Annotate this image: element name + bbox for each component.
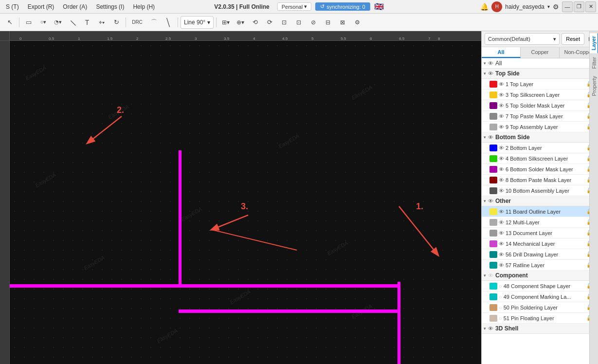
line-angle-dropdown[interactable]: Line 90° ▾ [181, 16, 214, 29]
layer-board-outline[interactable]: 👁 11 Board Outline Layer 🔓 [482, 206, 594, 217]
bottom-layer-eye[interactable]: 👁 [499, 145, 504, 151]
settings-tool[interactable]: ⚙ [350, 16, 364, 29]
top-solder-eye[interactable]: 👁 [499, 103, 504, 109]
bell-icon[interactable]: 🔔 [480, 3, 489, 11]
menu-order[interactable]: Order (A) [59, 2, 91, 11]
canvas-content[interactable]: EasyEDA EasyEDA EasyEDA EasyEDA EasyEDA … [10, 41, 481, 364]
pin-float-eye[interactable]: ○ [499, 315, 502, 321]
layer-bottom-solder[interactable]: 👁 6 Bottom Solder Mask Layer 🔓 [482, 164, 594, 175]
board-outline-eye[interactable]: 👁 [499, 209, 504, 215]
user-dropdown-icon[interactable]: ▾ [547, 4, 550, 9]
layer-bottom-silk[interactable]: 👁 4 Bottom Silkscreen Layer 🔓 [482, 153, 594, 164]
ruler-tick: 4.5 [282, 31, 288, 41]
layer-mechanical[interactable]: 👁 14 Mechanical Layer 🔓 [482, 238, 594, 249]
import-tool[interactable]: ⊘ [307, 16, 320, 29]
tab-copper[interactable]: Copper [521, 47, 560, 58]
top-assembly-name: 9 Top Assembly Layer [506, 124, 585, 130]
ratline-layer-eye[interactable]: 👁 [499, 262, 504, 268]
personal-button[interactable]: Personal ▾ [277, 2, 311, 11]
vtab-layer[interactable]: Layer [590, 33, 598, 53]
comp-marking-eye[interactable]: ○ [499, 294, 502, 300]
measure-tool[interactable]: ⌖▾ [95, 16, 109, 29]
3d-shell-eye[interactable]: 👁 [488, 326, 493, 331]
layer-top-paste[interactable]: 👁 7 Top Paste Mask Layer 🔓 [482, 111, 594, 122]
gear-icon[interactable]: ⚙ [553, 3, 559, 11]
component-eye[interactable]: 👁 [488, 273, 493, 278]
export-tool[interactable]: ⊟ [321, 16, 335, 29]
select-tool[interactable]: ↖ [3, 16, 17, 29]
redo-tool[interactable]: ⟳ [263, 16, 276, 29]
bottom-paste-eye[interactable]: 👁 [499, 177, 504, 183]
flip-h-tool[interactable]: ⊡ [277, 16, 291, 29]
layer-top-layer[interactable]: 👁 1 Top Layer 🔓 [482, 79, 594, 90]
layer-comp-marking[interactable]: ○ 49 Component Marking La... 🔓 [482, 291, 594, 302]
layer-top-silk[interactable]: 👁 3 Top Silkscreen Layer 🔓 [482, 90, 594, 100]
bottom-silk-eye[interactable]: 👁 [499, 156, 504, 162]
mechanical-layer-eye[interactable]: 👁 [499, 241, 504, 247]
user-name[interactable]: haidy_easyeda [505, 3, 544, 10]
layer-top-solder[interactable]: 👁 5 Top Solder Mask Layer 🔓 [482, 100, 594, 111]
zoom-tool[interactable]: ⊕▾ [234, 16, 247, 29]
drill-layer-eye[interactable]: 👁 [499, 252, 504, 257]
tab-all[interactable]: All [482, 47, 521, 58]
layer-bottom-assembly[interactable]: 👁 10 Bottom Assembly Layer 🔓 [482, 185, 594, 196]
layer-preset-dropdown[interactable]: Common(Default) ▾ [485, 33, 560, 45]
all-eye-icon[interactable]: 👁 [488, 60, 493, 66]
share-tool[interactable]: ⊠ [336, 16, 349, 29]
group-bottom-side[interactable]: ▾ 👁 Bottom Side [482, 132, 594, 143]
layer-document[interactable]: 👁 13 Document Layer 🔓 [482, 228, 594, 238]
layer-ratline[interactable]: 👁 57 Ratline Layer 🔒 [482, 260, 594, 271]
flip-v-tool[interactable]: ⊡ [292, 16, 306, 29]
comp-shape-eye[interactable]: ○ [499, 283, 502, 289]
menu-export[interactable]: Export (R) [24, 2, 58, 11]
group-top-side[interactable]: ▾ 👁 Top Side [482, 69, 594, 79]
drc-tool[interactable]: DRC [128, 16, 146, 29]
maximize-button[interactable]: ❐ [574, 1, 584, 12]
layer-bottom-layer[interactable]: 👁 2 Bottom Layer 🔓 [482, 143, 594, 153]
layer-multi[interactable]: 👁 12 Multi-Layer 🔓 [482, 217, 594, 228]
vtab-filter[interactable]: Filter [590, 54, 598, 72]
bottom-assembly-eye[interactable]: 👁 [499, 188, 504, 194]
canvas-area[interactable]: 0 0.5 1 1.5 2 2.5 3 3.5 4 4.5 5 5.5 6 6.… [0, 31, 481, 364]
arc-tool[interactable]: ◔▾ [51, 16, 65, 29]
menu-help[interactable]: Help (H) [129, 2, 159, 11]
bottom-solder-eye[interactable]: 👁 [499, 166, 504, 172]
layer-drill[interactable]: 👁 56 Drill Drawing Layer 🔓 [482, 249, 594, 260]
top-assembly-eye[interactable]: 👁 [499, 124, 504, 130]
document-layer-eye[interactable]: 👁 [499, 230, 504, 236]
top-silk-eye[interactable]: 👁 [499, 92, 504, 98]
layer-pin-float[interactable]: ○ 51 Pin Floating Layer 🔓 [482, 313, 594, 324]
rotate-tool[interactable]: ↻ [109, 16, 123, 29]
menu-s[interactable]: S (T) [2, 2, 23, 11]
layer-top-assembly[interactable]: 👁 9 Top Assembly Layer 🔓 [482, 122, 594, 132]
top-paste-eye[interactable]: 👁 [499, 113, 504, 119]
layer-pin-solder[interactable]: ○ 50 Pin Soldering Layer 🔓 [482, 302, 594, 313]
line-tool[interactable]: | [63, 13, 82, 32]
group-other[interactable]: ▾ 👁 Other [482, 196, 594, 206]
multi-layer-eye[interactable]: 👁 [499, 219, 504, 225]
sync-button[interactable]: ↺ synchronizing: 0 [315, 2, 370, 11]
layer-bottom-paste[interactable]: 👁 8 Bottom Paste Mask Layer 🔓 [482, 175, 594, 185]
reset-button[interactable]: Reset [562, 33, 584, 45]
route-tool[interactable]: ⌒ [147, 16, 161, 29]
expand-all-icon[interactable]: ▾ [484, 61, 486, 66]
top-layer-eye[interactable]: 👁 [499, 81, 504, 87]
group-component[interactable]: ▾ 👁 Component [482, 271, 594, 281]
minimize-button[interactable]: — [562, 1, 573, 12]
circle-tool[interactable]: ○▾ [36, 16, 50, 29]
top-side-eye[interactable]: 👁 [488, 71, 493, 76]
layer-comp-shape[interactable]: ○ 48 Component Shape Layer 🔓 [482, 281, 594, 291]
text-tool[interactable]: T [80, 16, 94, 29]
rect-tool[interactable]: ▭ [22, 16, 36, 29]
other-eye[interactable]: 👁 [488, 198, 493, 204]
bottom-side-eye[interactable]: 👁 [488, 134, 493, 140]
undo-tool[interactable]: ⟲ [248, 16, 262, 29]
group-3d-shell[interactable]: ▾ 👁 3D Shell [482, 324, 594, 334]
other-arrow: ▾ [484, 199, 486, 203]
pin-solder-eye[interactable]: ○ [499, 305, 502, 310]
pencil-tool[interactable]: ╱ [159, 13, 178, 32]
menu-settings[interactable]: Settings (I) [92, 2, 128, 11]
vtab-property[interactable]: Property [590, 73, 598, 99]
close-button[interactable]: ✕ [585, 1, 596, 12]
grid-tool[interactable]: ⊞▾ [219, 16, 233, 29]
